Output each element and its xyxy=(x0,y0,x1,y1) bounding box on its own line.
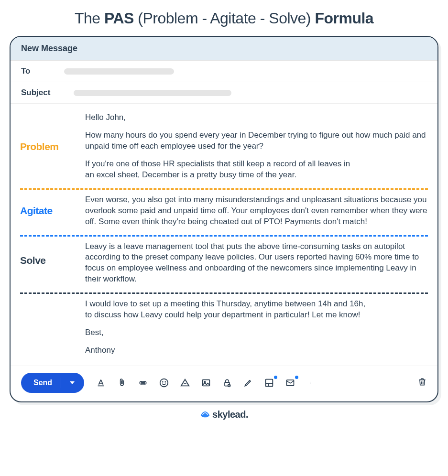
window-header: New Message xyxy=(11,37,437,61)
text-format-icon[interactable] xyxy=(96,378,106,388)
brand-name: skylead. xyxy=(212,409,248,420)
compose-toolbar: Send xyxy=(11,366,437,401)
signoff: Best, xyxy=(85,327,428,338)
to-label: To xyxy=(21,66,64,76)
svg-point-12 xyxy=(310,383,310,383)
lock-icon[interactable] xyxy=(222,378,232,388)
sender-name: Anthony xyxy=(85,345,428,356)
attachment-icon[interactable] xyxy=(117,378,127,388)
svg-rect-5 xyxy=(203,380,210,386)
svg-rect-9 xyxy=(266,379,273,387)
agitate-section: Agitate Even worse, you also get into ma… xyxy=(20,195,428,232)
to-row: To xyxy=(11,61,437,82)
solve-section: Solve Leavy is a leave management tool t… xyxy=(20,241,428,290)
problem-text: Hello John, How many hours do you spend … xyxy=(85,112,428,185)
mail-icon[interactable] xyxy=(285,378,295,388)
subject-row: Subject xyxy=(11,82,437,104)
compose-window: New Message To Subject Problem Hello Joh… xyxy=(10,36,438,402)
subject-label: Subject xyxy=(21,88,64,97)
send-button-label: Send xyxy=(33,379,52,387)
svg-point-13 xyxy=(310,383,310,384)
page-title: The PAS (Problem - Agitate - Solve) Form… xyxy=(10,10,438,27)
problem-section: Problem Hello John, How many hours do yo… xyxy=(20,112,428,185)
formatting-icons xyxy=(96,378,317,388)
subject-input[interactable] xyxy=(74,90,231,96)
link-icon[interactable] xyxy=(138,378,148,388)
divider-agitate xyxy=(20,235,428,237)
agitate-paragraph: Even worse, you also get into many misun… xyxy=(85,195,428,227)
trash-icon[interactable] xyxy=(417,377,427,389)
label-solve: Solve xyxy=(20,241,77,290)
divider-problem xyxy=(20,188,428,190)
greeting: Hello John, xyxy=(85,112,428,123)
drive-icon[interactable] xyxy=(180,378,190,388)
brand-icon xyxy=(200,410,210,419)
label-problem: Problem xyxy=(20,112,77,185)
agitate-text: Even worse, you also get into many misun… xyxy=(85,195,428,232)
divider-solve xyxy=(20,292,428,294)
problem-paragraph-1: How many hours do you spend every year i… xyxy=(85,130,428,152)
pen-icon[interactable] xyxy=(243,378,253,388)
svg-point-3 xyxy=(163,382,163,382)
closing-section: I would love to set up a meeting this Th… xyxy=(20,299,428,356)
image-icon[interactable] xyxy=(201,378,211,388)
brand-footer: skylead. xyxy=(10,409,438,420)
svg-point-2 xyxy=(160,379,168,387)
solve-text: Leavy is a leave management tool that pu… xyxy=(85,241,428,290)
svg-point-11 xyxy=(310,382,310,382)
problem-paragraph-2: If you're one of those HR specialists th… xyxy=(85,159,428,181)
caret-down-icon[interactable] xyxy=(70,381,75,384)
emoji-icon[interactable] xyxy=(159,378,169,388)
solve-paragraph: Leavy is a leave management tool that pu… xyxy=(85,241,428,285)
save-icon[interactable] xyxy=(264,378,274,388)
message-body: Problem Hello John, How many hours do yo… xyxy=(11,104,437,366)
send-divider xyxy=(61,378,61,388)
more-icon[interactable] xyxy=(306,378,317,388)
cta-paragraph: I would love to set up a meeting this Th… xyxy=(85,299,428,321)
to-input[interactable] xyxy=(64,68,174,75)
send-button[interactable]: Send xyxy=(21,373,84,393)
svg-point-4 xyxy=(165,382,165,382)
label-agitate: Agitate xyxy=(20,195,77,232)
